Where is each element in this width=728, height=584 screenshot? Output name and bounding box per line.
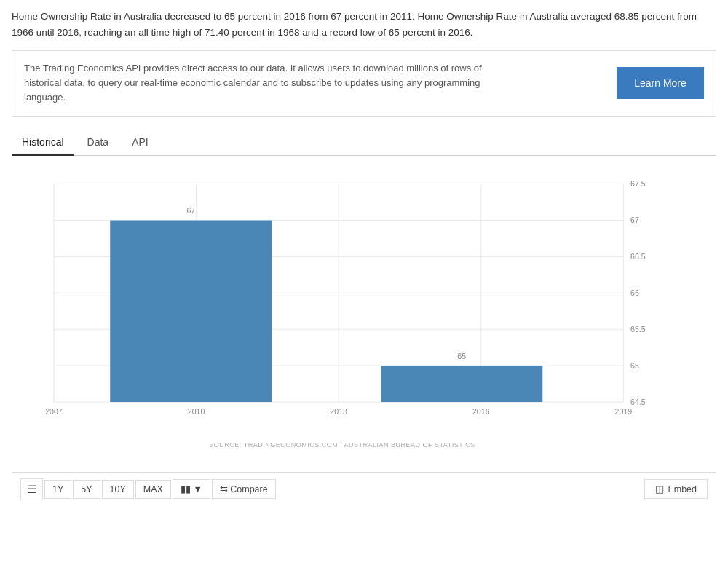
svg-text:2013: 2013 (330, 407, 347, 416)
5y-button[interactable]: 5Y (73, 480, 100, 499)
chart-type-button[interactable]: ▮▮ ▼ (173, 479, 210, 499)
toolbar-right: ◫ Embed (644, 479, 708, 499)
tab-historical[interactable]: Historical (12, 130, 74, 156)
tab-api[interactable]: API (122, 130, 159, 156)
svg-text:65.5: 65.5 (630, 325, 646, 334)
svg-text:66.5: 66.5 (630, 252, 646, 261)
svg-text:67: 67 (186, 206, 195, 215)
svg-text:2016: 2016 (472, 407, 490, 416)
svg-text:64.5: 64.5 (630, 398, 646, 406)
svg-text:67.5: 67.5 (630, 179, 646, 188)
chart-area: 67.5 67 66.5 66 65.5 65 64.5 (12, 162, 716, 467)
svg-text:66: 66 (630, 288, 639, 297)
svg-text:65: 65 (630, 361, 639, 370)
svg-text:67: 67 (630, 216, 639, 224)
svg-text:2019: 2019 (615, 407, 633, 416)
learn-more-button[interactable]: Learn More (617, 67, 704, 99)
embed-label: Embed (668, 484, 697, 494)
bar-2010 (110, 220, 272, 402)
svg-text:65: 65 (457, 352, 466, 360)
bar-2016 (381, 366, 542, 402)
main-container: Home Ownership Rate in Australia decreas… (0, 0, 728, 515)
chart-svg: 67.5 67 66.5 66 65.5 65 64.5 (12, 162, 673, 438)
tab-data[interactable]: Data (77, 130, 119, 156)
toolbar-left: ☰ 1Y 5Y 10Y MAX ▮▮ ▼ ⇆ Compare (20, 478, 644, 500)
svg-text:2007: 2007 (45, 407, 63, 416)
max-button[interactable]: MAX (135, 480, 171, 499)
tabs-row: Historical Data API (12, 130, 716, 156)
embed-icon: ◫ (655, 484, 664, 494)
1y-button[interactable]: 1Y (44, 480, 71, 499)
compare-button[interactable]: ⇆ Compare (212, 479, 276, 499)
api-banner-text: The Trading Economics API provides direc… (24, 61, 519, 105)
chart-svg-container: 67.5 67 66.5 66 65.5 65 64.5 (12, 162, 673, 438)
menu-icon-button[interactable]: ☰ (20, 478, 43, 500)
toolbar-row: ☰ 1Y 5Y 10Y MAX ▮▮ ▼ ⇆ Compare ◫ Embed (12, 472, 716, 506)
svg-text:2010: 2010 (188, 407, 205, 416)
description-text: Home Ownership Rate in Australia decreas… (12, 9, 716, 40)
10y-button[interactable]: 10Y (102, 480, 134, 499)
chart-source: SOURCE: TRADINGECONOMICS.COM | AUSTRALIA… (12, 441, 673, 449)
api-banner: The Trading Economics API provides direc… (12, 50, 716, 116)
embed-button[interactable]: ◫ Embed (644, 479, 708, 499)
